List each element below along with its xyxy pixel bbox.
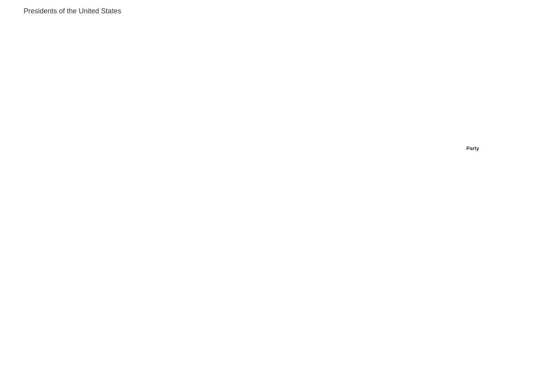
legend-title: Party bbox=[466, 145, 531, 151]
chart-area bbox=[24, 16, 464, 368]
chart-container: Presidents of the United States Party bbox=[0, 0, 543, 392]
chart-title: Presidents of the United States bbox=[24, 7, 121, 15]
legend: Party bbox=[466, 145, 531, 154]
